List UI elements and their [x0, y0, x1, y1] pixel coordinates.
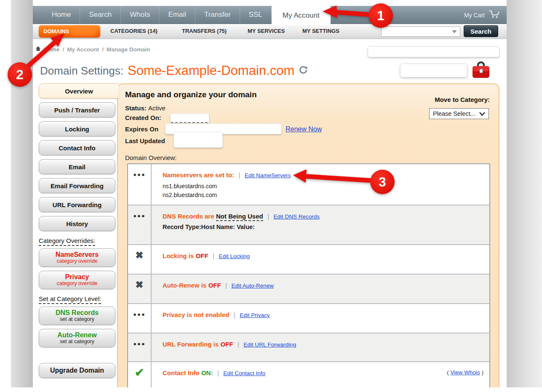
redacted-domain-count — [70, 27, 96, 35]
nav-tab-my-account[interactable]: My Account — [272, 6, 331, 25]
redacted-box — [400, 64, 467, 77]
redacted-box — [368, 46, 499, 57]
nameserver-2: ns2.bluestardns.com — [163, 191, 483, 200]
table-row-locking: ✖ Locking is OFF | Edit Locking — [128, 244, 489, 274]
row-title: Locking is — [163, 252, 194, 259]
breadcrumb: Home / My Account / Manage Domain — [35, 46, 150, 53]
edit-nameservers-link[interactable]: Edit NameServers — [245, 172, 291, 179]
cart-icon — [489, 10, 500, 20]
last-updated-line: Last Updated — [125, 137, 165, 144]
page: Home Search WhoIs Email Transfer SSL My … — [33, 0, 507, 387]
check-icon: ✔ — [128, 362, 152, 387]
nav-tab-whois[interactable]: WhoIs — [120, 6, 159, 24]
row-title: URL Forwarding is — [163, 341, 219, 348]
screen: Home Search WhoIs Email Transfer SSL My … — [0, 0, 542, 392]
row-status: Not Being Used — [216, 213, 263, 221]
edit-auto-renew-link[interactable]: Edit Auto-Renew — [231, 283, 274, 289]
sidebar-button-nameservers-override[interactable]: NameServers category override — [39, 248, 115, 267]
title-prefix: Domain Settings: — [40, 64, 123, 77]
subnav-item-domains[interactable]: DOMAINS — [39, 25, 100, 37]
row-title: Contact Info — [163, 369, 200, 376]
row-status: ON: — [201, 369, 213, 376]
nav-tab-transfer[interactable]: Transfer — [195, 6, 240, 24]
breadcrumb-my-account[interactable]: My Account — [67, 46, 99, 53]
move-to-category-label: Move to Category: — [435, 96, 490, 103]
cross-icon: ✖ — [128, 245, 152, 274]
set-at-category-heading: Set at Category Level: — [39, 295, 117, 302]
move-to-category-select[interactable]: Please Select... — [429, 108, 489, 119]
override-title: NameServers — [56, 251, 99, 259]
override-title: Privacy — [65, 273, 89, 281]
sidebar-tab-locking[interactable]: Locking — [39, 121, 115, 136]
sidebar-tab-contact-info[interactable]: Contact Info — [39, 140, 115, 155]
table-row-auto-renew: ✖ Auto-Renew is OFF | Edit Auto-Renew — [128, 274, 489, 303]
nav-tab-home[interactable]: Home — [43, 6, 80, 24]
sidebar-button-auto-renew-category[interactable]: Auto-Renew set at category — [39, 329, 115, 347]
sidebar-tab-url-forwarding[interactable]: URL Forwarding — [39, 197, 115, 212]
divider: | — [213, 252, 214, 259]
sidebar-tab-email[interactable]: Email — [39, 159, 115, 174]
breadcrumb-separator: / — [63, 46, 64, 53]
refresh-icon[interactable] — [299, 65, 308, 76]
table-row-privacy: ●●● Privacy is not enabled | Edit Privac… — [128, 303, 489, 333]
sidebar-tab-email-forwarding[interactable]: Email Forwarding — [39, 178, 115, 193]
select-value: Please Select... — [433, 110, 475, 117]
table-row-dns-records: ●●● DNS Records are Not Being Used | Edi… — [128, 205, 489, 244]
dropdown-arrow-icon[interactable] — [452, 30, 457, 33]
upgrade-domain-button[interactable]: Upgrade Domain — [39, 363, 115, 378]
sidebar-button-dns-records-category[interactable]: DNS Records set at category — [39, 307, 115, 325]
subnav-item-categories[interactable]: CATEGORIES (14) — [110, 24, 158, 38]
category-subtitle: set at category — [60, 317, 94, 323]
edit-locking-link[interactable]: Edit Locking — [219, 253, 250, 259]
sidebar-tab-overview[interactable]: Overview — [39, 83, 119, 99]
edit-url-forwarding-link[interactable]: Edit URL Forwarding — [243, 341, 296, 348]
subnav-item-my-services[interactable]: MY SERVICES — [248, 24, 285, 38]
breadcrumb-home[interactable]: Home — [44, 46, 60, 53]
sub-navbar: DOMAINS CATEGORIES (14) TRANSFERS (75) M… — [33, 24, 507, 39]
renew-now-link[interactable]: Renew Now — [286, 125, 322, 133]
toolbox-icon[interactable] — [471, 61, 491, 82]
divider: | — [267, 213, 269, 220]
divider: | — [239, 171, 240, 179]
expires-on-line: Expires On — [125, 125, 158, 133]
created-label: Created On: — [125, 114, 161, 121]
domain-overview-label: Domain Overview: — [125, 154, 177, 161]
view-whois-link[interactable]: View Whois — [450, 369, 480, 376]
divider: | — [234, 311, 235, 318]
expires-label: Expires On — [125, 125, 158, 133]
category-overrides-heading: Category Overrides: — [39, 237, 117, 244]
edit-privacy-link[interactable]: Edit Privacy — [240, 312, 270, 318]
edit-contact-info-link[interactable]: Edit Contact Info — [223, 370, 265, 376]
cross-icon: ✖ — [128, 275, 152, 303]
row-title: Privacy is not enabled — [163, 311, 229, 318]
domain-name: Some-Example-Domain.com — [128, 63, 294, 78]
dots-icon: ●●● — [128, 205, 152, 244]
domain-search-combobox[interactable] — [381, 27, 460, 37]
status-line: Status: Active — [125, 104, 166, 112]
nav-tab-search[interactable]: Search — [80, 6, 120, 24]
status-label: Status: — [125, 104, 147, 112]
subnav-item-transfers[interactable]: TRANSFERS (75) — [182, 24, 227, 38]
category-title: Auto-Renew — [57, 331, 96, 339]
override-subtitle: category override — [57, 259, 98, 264]
record-headers: Record Type:Host Name: Value: — [163, 224, 483, 230]
chevron-down-icon — [479, 110, 485, 117]
sidebar-tab-push-transfer[interactable]: Push / Transfer — [39, 102, 115, 117]
my-cart[interactable]: My Cart — [464, 6, 500, 24]
row-title: DNS Records are — [163, 213, 214, 220]
row-status: OFF — [196, 252, 208, 259]
status-value: Active — [148, 104, 166, 112]
created-on-line: Created On: — [125, 114, 161, 121]
edit-dns-records-link[interactable]: Edit DNS Records — [274, 213, 320, 220]
sidebar-button-privacy-override[interactable]: Privacy category override — [39, 271, 115, 289]
subnav-item-my-settings[interactable]: MY SETTINGS — [302, 24, 339, 38]
table-row-url-forwarding: ●●● URL Forwarding is OFF | Edit URL For… — [128, 333, 489, 361]
category-subtitle: set at category — [60, 339, 94, 345]
sidebar-tab-history[interactable]: History — [39, 216, 115, 231]
nav-tab-ssl[interactable]: SSL — [240, 6, 272, 24]
divider: | — [225, 282, 227, 289]
nameserver-1: ns1.bluestardns.com — [163, 182, 483, 191]
search-button[interactable]: Search — [464, 25, 498, 37]
nav-tab-email[interactable]: Email — [159, 6, 195, 24]
category-title: DNS Records — [56, 309, 99, 317]
